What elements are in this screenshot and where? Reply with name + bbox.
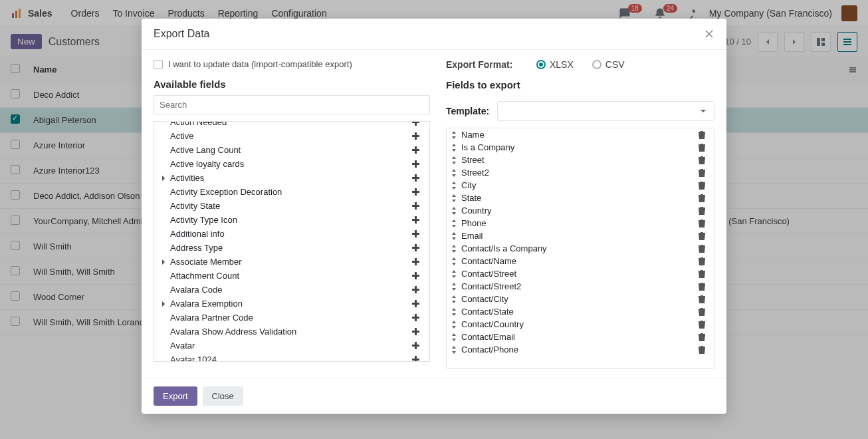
drag-handle-icon[interactable]	[451, 321, 457, 329]
drag-handle-icon[interactable]	[451, 144, 457, 152]
trash-icon[interactable]	[698, 181, 710, 190]
available-field-row[interactable]: Avalara Partner Code	[154, 311, 429, 325]
drag-handle-icon[interactable]	[451, 220, 457, 227]
trash-icon[interactable]	[698, 244, 710, 253]
add-field-icon[interactable]	[412, 188, 428, 196]
drag-handle-icon[interactable]	[451, 245, 457, 253]
drag-handle-icon[interactable]	[451, 333, 457, 341]
add-field-icon[interactable]	[412, 258, 428, 265]
trash-icon[interactable]	[698, 320, 710, 329]
available-field-row[interactable]: Avatar 1024	[154, 353, 429, 362]
drag-handle-icon[interactable]	[451, 308, 457, 316]
drag-handle-icon[interactable]	[451, 346, 457, 354]
trash-icon[interactable]	[698, 295, 710, 303]
drag-handle-icon[interactable]	[451, 194, 457, 202]
export-field-row[interactable]: Contact/Email	[447, 331, 714, 343]
available-field-row[interactable]: Additional info	[154, 227, 429, 241]
chevron-right-icon[interactable]	[161, 301, 167, 307]
export-fields-list[interactable]: NameIs a CompanyStreetStreet2CityStateCo…	[446, 128, 714, 368]
available-field-row[interactable]: Avalara Code	[154, 283, 429, 297]
available-field-row[interactable]: Active	[154, 129, 429, 143]
chevron-right-icon[interactable]	[161, 176, 167, 181]
add-field-icon[interactable]	[412, 328, 428, 335]
add-field-icon[interactable]	[412, 244, 428, 251]
available-field-row[interactable]: Avalara Show Address Validation	[154, 325, 429, 339]
close-button[interactable]: Close	[203, 386, 243, 406]
export-field-row[interactable]: Phone	[447, 217, 714, 229]
add-field-icon[interactable]	[412, 174, 428, 182]
available-field-row[interactable]: Attachment Count	[154, 269, 429, 283]
available-field-row[interactable]: Activities	[154, 171, 429, 185]
update-data-option[interactable]: I want to update data (import-compatible…	[154, 59, 430, 69]
drag-handle-icon[interactable]	[451, 156, 457, 164]
trash-icon[interactable]	[698, 333, 710, 341]
export-field-row[interactable]: Contact/State	[447, 305, 714, 318]
export-field-row[interactable]: Contact/City	[447, 293, 714, 305]
export-field-row[interactable]: Is a Company	[447, 141, 714, 154]
export-field-row[interactable]: Street2	[447, 166, 714, 179]
available-field-row[interactable]: Associate Member	[154, 255, 429, 269]
trash-icon[interactable]	[698, 219, 710, 227]
trash-icon[interactable]	[698, 168, 710, 177]
export-field-row[interactable]: Street	[447, 154, 714, 166]
format-xlsx-option[interactable]: XLSX	[536, 59, 574, 70]
drag-handle-icon[interactable]	[451, 232, 457, 240]
export-field-row[interactable]: Contact/Is a Company	[447, 242, 714, 255]
drag-handle-icon[interactable]	[451, 257, 457, 265]
close-icon[interactable]	[704, 29, 714, 39]
drag-handle-icon[interactable]	[451, 295, 457, 303]
trash-icon[interactable]	[698, 206, 710, 215]
add-field-icon[interactable]	[412, 160, 428, 168]
available-field-row[interactable]: Address Type	[154, 241, 429, 255]
trash-icon[interactable]	[698, 257, 710, 265]
chevron-right-icon[interactable]	[161, 259, 167, 265]
add-field-icon[interactable]	[412, 356, 428, 362]
drag-handle-icon[interactable]	[451, 182, 457, 190]
drag-handle-icon[interactable]	[451, 207, 457, 215]
export-field-row[interactable]: Email	[447, 229, 714, 242]
add-field-icon[interactable]	[412, 230, 428, 237]
export-field-row[interactable]: Contact/Street	[447, 267, 714, 280]
trash-icon[interactable]	[698, 130, 710, 139]
available-field-row[interactable]: Avalara Exemption	[154, 297, 429, 311]
export-field-row[interactable]: Country	[447, 204, 714, 217]
trash-icon[interactable]	[698, 307, 710, 316]
export-field-row[interactable]: Name	[447, 128, 714, 141]
add-field-icon[interactable]	[412, 272, 428, 279]
format-csv-option[interactable]: CSV	[592, 59, 625, 70]
export-field-row[interactable]: Contact/Country	[447, 318, 714, 331]
available-field-row[interactable]: Activity Exception Decoration	[154, 185, 429, 199]
export-field-row[interactable]: State	[447, 192, 714, 204]
add-field-icon[interactable]	[412, 146, 428, 154]
trash-icon[interactable]	[698, 231, 710, 240]
available-field-row[interactable]: Active loyalty cards	[154, 157, 429, 171]
export-field-row[interactable]: Contact/Phone	[447, 343, 714, 356]
add-field-icon[interactable]	[412, 342, 428, 349]
search-input[interactable]	[154, 95, 430, 114]
update-data-checkbox[interactable]	[154, 60, 163, 69]
trash-icon[interactable]	[698, 282, 710, 291]
export-field-row[interactable]: City	[447, 179, 714, 192]
trash-icon[interactable]	[698, 143, 710, 152]
available-field-row[interactable]: Active Lang Count	[154, 143, 429, 157]
available-field-row[interactable]: Activity State	[154, 199, 429, 213]
template-select[interactable]	[497, 101, 714, 121]
add-field-icon[interactable]	[412, 300, 428, 307]
add-field-icon[interactable]	[412, 216, 428, 223]
add-field-icon[interactable]	[412, 202, 428, 210]
available-field-row[interactable]: Action Needed	[154, 121, 429, 129]
drag-handle-icon[interactable]	[451, 270, 457, 278]
add-field-icon[interactable]	[412, 121, 428, 126]
drag-handle-icon[interactable]	[451, 169, 457, 177]
add-field-icon[interactable]	[412, 286, 428, 293]
add-field-icon[interactable]	[412, 132, 428, 140]
trash-icon[interactable]	[698, 345, 710, 354]
available-field-row[interactable]: Activity Type Icon	[154, 213, 429, 227]
drag-handle-icon[interactable]	[451, 131, 457, 139]
available-field-row[interactable]: Avatar	[154, 339, 429, 353]
trash-icon[interactable]	[698, 269, 710, 278]
available-fields-list[interactable]: Action NeededActiveActive Lang CountActi…	[154, 121, 430, 362]
drag-handle-icon[interactable]	[451, 283, 457, 291]
add-field-icon[interactable]	[412, 314, 428, 321]
trash-icon[interactable]	[698, 156, 710, 164]
